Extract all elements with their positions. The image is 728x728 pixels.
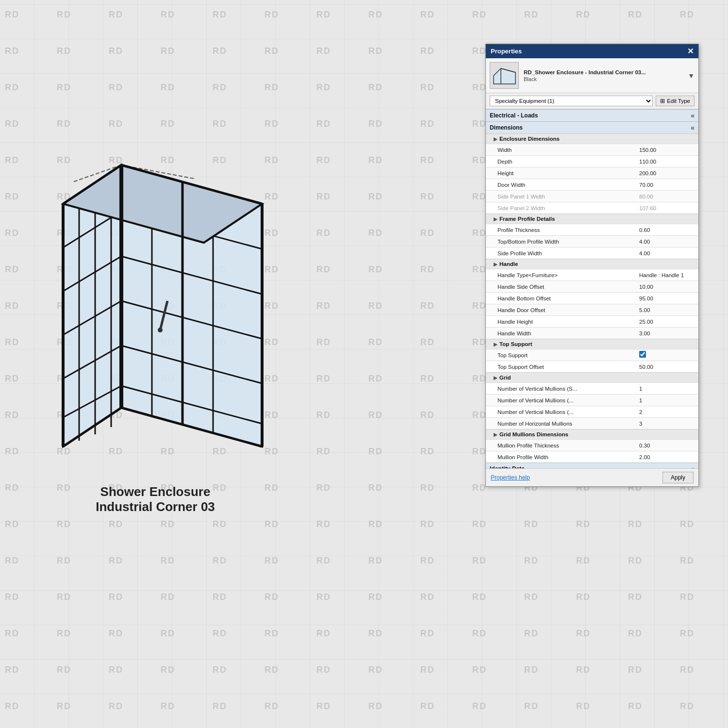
subsection-grid-mullions[interactable]: ▶ Grid Mullions Dimensions — [486, 429, 698, 439]
section-dimensions[interactable]: Dimensions « — [486, 121, 698, 133]
top-support-checkbox[interactable] — [639, 351, 646, 358]
prop-row-num-vert-mullions-s: Number of Vertical Mullions (S... 1 — [486, 382, 698, 394]
prop-value-top-bottom-profile-width[interactable]: 4.00 — [636, 239, 695, 245]
section-electrical-loads-label: Electrical - Loads — [490, 112, 538, 119]
watermark-rd: RD — [576, 629, 591, 639]
watermark-rd: RD — [213, 46, 227, 56]
watermark-rd: RD — [628, 556, 643, 566]
section-identity-data[interactable]: Identity Data « — [486, 463, 698, 468]
shower-drawing — [24, 107, 286, 476]
watermark-rd: RD — [316, 410, 331, 420]
watermark-rd: RD — [316, 701, 331, 711]
prop-value-num-vert-mullions-s[interactable]: 1 — [636, 386, 695, 392]
watermark-rd: RD — [161, 592, 175, 602]
subsection-top-support[interactable]: ▶ Top Support — [486, 339, 698, 349]
prop-row-top-bottom-profile-width: Top/Bottom Profile Width 4.00 — [486, 235, 698, 247]
prop-value-door-width[interactable]: 70.00 — [636, 182, 695, 188]
watermark-rd: RD — [57, 46, 71, 56]
watermark-rd: RD — [316, 665, 331, 675]
properties-help-link[interactable]: Properties help — [491, 474, 530, 481]
component-info: RD_Shower Enclosure - Industrial Corner … — [524, 69, 683, 82]
prop-value-width[interactable]: 150.00 — [636, 147, 695, 153]
watermark-rd: RD — [57, 519, 71, 529]
prop-row-num-horiz-mullions: Number of Horizontal Mullions 3 — [486, 417, 698, 429]
prop-label-side-profile-width: Side Profile Width — [497, 250, 636, 256]
watermark-rd: RD — [5, 83, 19, 93]
prop-row-top-support-offset: Top Support Offset 50.00 — [486, 361, 698, 372]
subsection-frame-profile[interactable]: ▶ Frame Profile Details — [486, 214, 698, 224]
watermark-rd: RD — [472, 665, 487, 675]
watermark-rd: RD — [5, 337, 19, 347]
watermark-rd: RD — [368, 155, 383, 165]
prop-value-mullion-profile-thickness[interactable]: 0.30 — [636, 443, 695, 448]
prop-value-top-support-offset[interactable]: 50.00 — [636, 364, 695, 370]
watermark-rd: RD — [265, 592, 279, 602]
watermark-rd: RD — [161, 519, 175, 529]
prop-value-num-vert-mullions-1[interactable]: 1 — [636, 397, 695, 403]
close-icon[interactable]: ✕ — [687, 47, 694, 56]
watermark-rd: RD — [472, 592, 487, 602]
watermark-rd: RD — [420, 83, 435, 93]
prop-value-num-horiz-mullions[interactable]: 3 — [636, 421, 695, 427]
watermark-rd: RD — [420, 119, 435, 129]
watermark-rd: RD — [5, 155, 19, 165]
drawing-container: Shower Enclosure Industrial Corner 03 — [24, 107, 286, 476]
watermark-rd: RD — [316, 192, 331, 202]
watermark-rd: RD — [5, 447, 19, 457]
section-electrical-loads[interactable]: Electrical - Loads « — [486, 109, 698, 121]
prop-value-handle-width[interactable]: 3.00 — [636, 331, 695, 336]
watermark-rd: RD — [316, 228, 331, 238]
prop-value-side-profile-width[interactable]: 4.00 — [636, 250, 695, 256]
subsection-handle[interactable]: ▶ Handle — [486, 259, 698, 269]
properties-scroll-area[interactable]: Electrical - Loads « Dimensions « ▶ Encl… — [486, 109, 698, 468]
subsection-enclosure-dimensions[interactable]: ▶ Enclosure Dimensions — [486, 133, 698, 144]
watermark-rd: RD — [368, 665, 383, 675]
prop-label-side-panel-1: Side Panel 1 Width — [497, 194, 636, 199]
prop-label-side-panel-2: Side Panel 2 Width — [497, 205, 636, 211]
prop-value-mullion-profile-width[interactable]: 2.00 — [636, 454, 695, 460]
watermark-rd: RD — [57, 556, 71, 566]
prop-row-height: Height 200.00 — [486, 167, 698, 179]
watermark-rd: RD — [316, 265, 331, 275]
watermark-rd: RD — [57, 83, 71, 93]
prop-value-handle-bottom-offset[interactable]: 95.00 — [636, 296, 695, 301]
watermark-rd: RD — [420, 483, 435, 493]
prop-value-handle-door-offset[interactable]: 5.00 — [636, 307, 695, 313]
top-support-arrow: ▶ — [494, 342, 497, 347]
watermark-rd: RD — [680, 592, 695, 602]
watermark-rd: RD — [213, 83, 227, 93]
prop-value-handle-height[interactable]: 25.00 — [636, 319, 695, 325]
watermark-rd: RD — [368, 46, 383, 56]
edit-type-label: Edit Type — [667, 98, 690, 104]
apply-button[interactable]: Apply — [662, 472, 694, 483]
handle-label: Handle — [499, 261, 518, 267]
watermark-rd: RD — [5, 228, 19, 238]
watermark-rd: RD — [109, 592, 123, 602]
watermark-rd: RD — [109, 10, 123, 20]
prop-row-handle-door-offset: Handle Door Offset 5.00 — [486, 304, 698, 315]
properties-panel: Properties ✕ RD_Shower Enclosure - Indus… — [485, 44, 699, 487]
subsection-grid[interactable]: ▶ Grid — [486, 372, 698, 382]
prop-value-handle-type[interactable]: Handle : Handle 1 — [636, 272, 695, 278]
watermark-rd: RD — [472, 301, 487, 311]
prop-row-handle-type: Handle Type<Furniture> Handle : Handle 1 — [486, 269, 698, 281]
category-selector[interactable]: Specialty Equipment (1) — [490, 96, 653, 106]
watermark-rd: RD — [472, 629, 487, 639]
prop-value-depth[interactable]: 110.00 — [636, 159, 695, 165]
prop-value-handle-side-offset[interactable]: 10.00 — [636, 284, 695, 290]
prop-value-height[interactable]: 200.00 — [636, 170, 695, 176]
watermark-rd: RD — [420, 228, 435, 238]
watermark-rd: RD — [316, 301, 331, 311]
prop-row-side-panel-1: Side Panel 1 Width 80.00 — [486, 190, 698, 202]
prop-value-side-panel-1: 80.00 — [636, 194, 695, 199]
prop-row-num-vert-mullions-1: Number of Vertical Mullions (... 1 — [486, 394, 698, 406]
prop-value-num-vert-mullions-2[interactable]: 2 — [636, 409, 695, 415]
grid-mullions-arrow: ▶ — [494, 432, 497, 437]
prop-label-profile-thickness: Profile Thickness — [497, 227, 636, 233]
watermark-rd: RD — [5, 374, 19, 384]
header-dropdown-icon[interactable]: ▼ — [688, 72, 695, 80]
watermark-rd: RD — [472, 556, 487, 566]
edit-type-button[interactable]: ⊞ Edit Type — [656, 96, 695, 106]
prop-value-profile-thickness[interactable]: 0.60 — [636, 227, 695, 233]
watermark-rd: RD — [368, 83, 383, 93]
